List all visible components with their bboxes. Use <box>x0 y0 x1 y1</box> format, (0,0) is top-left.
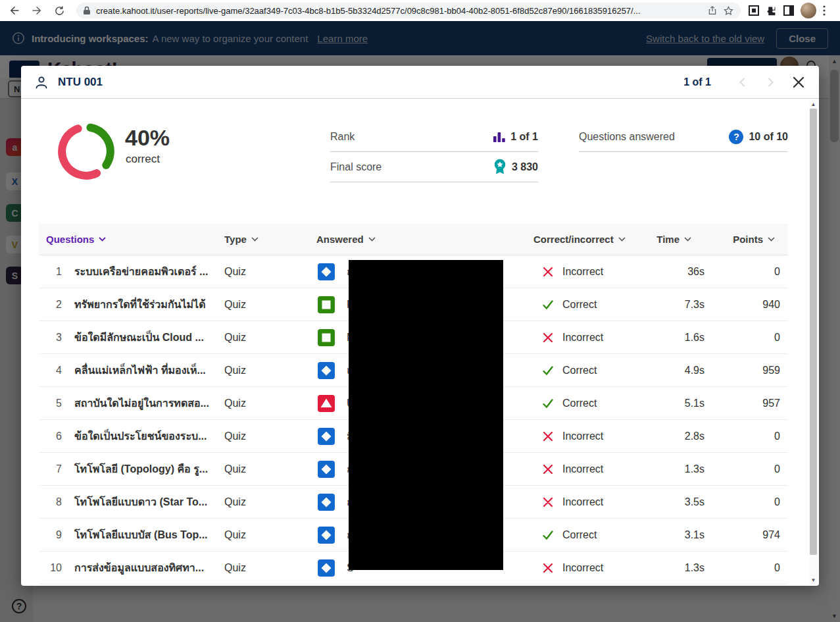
question-title: คลื่นแม่เหล็กไฟฟ้า ที่มองเห็... <box>68 362 224 378</box>
diamond-answer-icon <box>318 362 335 379</box>
points-cell: 0 <box>704 496 788 508</box>
points-cell: 940 <box>704 299 788 311</box>
time-cell: 2.8s <box>652 430 704 442</box>
time-cell: 36s <box>652 266 704 278</box>
diamond-answer-icon <box>318 428 335 445</box>
medal-icon <box>493 159 506 175</box>
redaction-box <box>349 260 503 570</box>
lock-icon <box>83 6 91 15</box>
points-cell: 0 <box>704 463 788 475</box>
time-cell: 1.3s <box>652 562 704 574</box>
person-icon <box>34 75 49 90</box>
player-report-modal: NTU 001 1 of 1 40% <box>21 66 819 586</box>
header-points[interactable]: Points <box>704 234 788 245</box>
correct-icon <box>541 364 555 377</box>
header-time[interactable]: Time <box>652 234 704 245</box>
question-type: Quiz <box>224 529 316 541</box>
url-bar[interactable]: create.kahoot.it/user-reports/live-game/… <box>76 3 741 18</box>
back-icon[interactable] <box>5 1 24 20</box>
chevron-down-icon <box>99 237 106 242</box>
question-type: Quiz <box>224 430 316 442</box>
close-modal-icon[interactable] <box>791 75 806 90</box>
question-number: 1 <box>39 266 68 278</box>
header-answered[interactable]: Answered <box>316 234 533 245</box>
modal-scrollbar[interactable]: ▲ ▼ <box>809 100 818 584</box>
question-number: 9 <box>39 529 68 541</box>
question-number: 4 <box>39 365 68 376</box>
question-title: โทโพโลยีแบบบัส (Bus Top... <box>68 527 224 543</box>
question-number: 2 <box>39 299 68 311</box>
triangle-answer-icon <box>318 395 335 412</box>
question-title: โทโพโลยี (Topology) คือ รู... <box>68 461 224 477</box>
question-type: Quiz <box>224 496 316 508</box>
points-cell: 0 <box>704 266 788 278</box>
incorrect-icon <box>541 463 555 476</box>
reload-icon[interactable] <box>50 1 68 20</box>
final-score-value: 3 830 <box>512 161 538 173</box>
prev-player-icon[interactable] <box>736 76 749 89</box>
bookmark-star-icon[interactable] <box>723 5 734 16</box>
extensions-puzzle-icon[interactable] <box>766 5 777 16</box>
next-player-icon[interactable] <box>764 76 777 89</box>
final-score-label: Final score <box>330 161 382 173</box>
question-type: Quiz <box>224 332 316 344</box>
result-label: Incorrect <box>562 463 603 475</box>
question-type: Quiz <box>224 463 316 475</box>
time-cell: 4.9s <box>652 365 704 376</box>
browser-profile-avatar[interactable] <box>801 3 816 18</box>
forward-icon[interactable] <box>28 1 46 20</box>
pagination-label: 1 of 1 <box>683 76 711 88</box>
time-cell: 1.3s <box>652 463 704 475</box>
modal-scrollbar-thumb[interactable] <box>810 109 817 555</box>
extension-square-icon[interactable] <box>749 5 759 16</box>
scroll-down-icon[interactable]: ▼ <box>809 577 818 583</box>
question-title: การส่งข้อมูลแบบสองทิศทา... <box>68 559 224 576</box>
points-cell: 957 <box>704 398 788 409</box>
incorrect-icon <box>541 561 555 575</box>
question-title: ระบบเครือข่ายคอมพิวเตอร์ ... <box>68 263 224 280</box>
header-questions[interactable]: Questions <box>39 234 224 245</box>
correct-icon <box>541 529 555 542</box>
questions-answered-stats: Questions answered ? 10 of 10 <box>579 122 788 152</box>
url-text[interactable]: create.kahoot.it/user-reports/live-game/… <box>96 6 702 16</box>
questions-answered-label: Questions answered <box>579 131 675 143</box>
result-label: Correct <box>562 299 597 311</box>
header-correct-incorrect[interactable]: Correct/incorrect <box>533 234 652 245</box>
incorrect-icon <box>541 496 555 509</box>
question-type: Quiz <box>224 398 316 409</box>
rank-value: 1 of 1 <box>510 131 538 143</box>
square-answer-icon <box>318 329 335 346</box>
question-type: Quiz <box>224 562 316 574</box>
points-cell: 0 <box>704 430 788 442</box>
result-label: Incorrect <box>562 332 603 344</box>
incorrect-icon <box>541 265 555 278</box>
result-cell: Correct <box>533 529 652 542</box>
points-cell: 959 <box>704 365 788 376</box>
time-cell: 3.5s <box>652 496 704 508</box>
incorrect-icon <box>541 430 555 443</box>
correct-icon <box>541 298 555 311</box>
result-cell: Correct <box>533 364 652 377</box>
chevron-down-icon <box>618 237 626 242</box>
time-cell: 7.3s <box>652 299 704 311</box>
diamond-answer-icon <box>318 263 335 280</box>
share-icon[interactable] <box>707 5 718 16</box>
percent-correct-label: correct <box>126 153 160 166</box>
question-number: 5 <box>39 398 68 409</box>
page-background: Introducing workspaces: A new way to org… <box>0 21 840 622</box>
question-type: Quiz <box>224 299 316 311</box>
result-label: Correct <box>562 365 597 376</box>
questions-answered-row: Questions answered ? 10 of 10 <box>579 122 788 152</box>
browser-menu-kebab-icon[interactable] <box>823 5 826 16</box>
header-type[interactable]: Type <box>224 234 316 245</box>
time-cell: 3.1s <box>652 529 704 541</box>
rank-label: Rank <box>330 131 355 143</box>
question-number: 10 <box>39 562 68 574</box>
result-cell: Incorrect <box>533 561 652 575</box>
scroll-up-icon[interactable]: ▲ <box>809 101 818 107</box>
time-cell: 1.6s <box>652 332 704 344</box>
sidebar-toggle-icon[interactable] <box>783 5 794 16</box>
question-number: 6 <box>39 430 68 442</box>
chevron-down-icon <box>251 237 259 242</box>
final-score-row: Final score 3 830 <box>330 152 538 182</box>
